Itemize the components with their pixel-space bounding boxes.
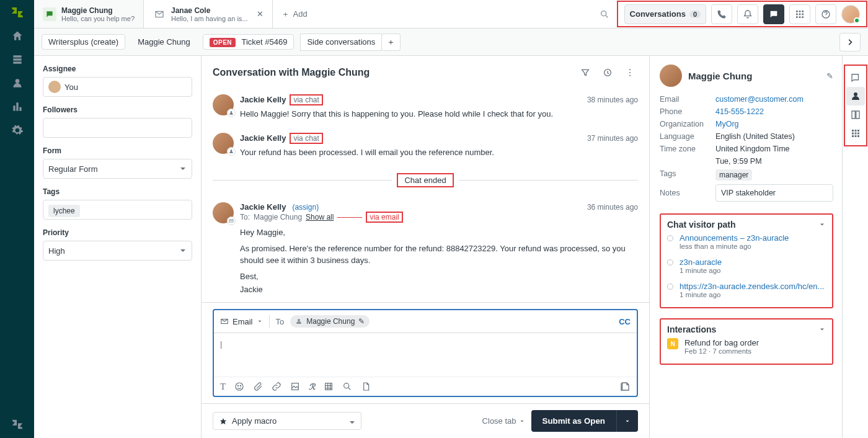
table-icon[interactable] xyxy=(324,382,334,391)
submit-dropdown-button[interactable] xyxy=(616,410,638,432)
path-bullet-icon xyxy=(667,235,673,241)
apply-macro-dropdown[interactable]: Apply macro xyxy=(213,412,361,430)
text-format-icon[interactable]: T xyxy=(220,382,226,392)
views-icon[interactable] xyxy=(10,52,25,67)
message-time: 37 minutes ago xyxy=(587,134,638,143)
channel-mini-icon xyxy=(227,109,236,117)
image-icon[interactable] xyxy=(290,382,300,391)
collapse-icon[interactable] xyxy=(818,326,826,333)
priority-label: Priority xyxy=(43,228,192,237)
profile-phone[interactable]: 415-555-1222 xyxy=(715,107,833,116)
requester-avatar xyxy=(660,65,682,87)
edit-recipient-icon[interactable]: ✎ xyxy=(358,317,365,326)
emoji-icon[interactable] xyxy=(234,382,244,391)
to-label: To xyxy=(276,317,285,326)
svg-rect-30 xyxy=(852,133,854,135)
tab-maggie-chung[interactable]: Maggie Chung Hello, can you help me? xyxy=(34,0,144,28)
message-author: Jackie Kelly xyxy=(240,202,286,212)
document-icon[interactable] xyxy=(361,382,371,391)
message-time: 36 minutes ago xyxy=(587,203,638,212)
channel-selector[interactable]: Email xyxy=(220,317,263,326)
priority-select[interactable]: High xyxy=(43,241,192,261)
svg-point-22 xyxy=(241,385,241,386)
profile-org[interactable]: MyOrg xyxy=(715,120,833,128)
svg-rect-23 xyxy=(292,383,299,390)
apps-grid-icon[interactable] xyxy=(846,124,865,143)
notifications-button[interactable] xyxy=(737,4,758,24)
add-side-conversation-button[interactable]: ＋ xyxy=(382,34,401,51)
knowledge-icon[interactable] xyxy=(846,68,865,87)
annotation-line xyxy=(337,217,362,218)
edit-profile-icon[interactable]: ✎ xyxy=(826,71,833,81)
profile-email[interactable]: customer@customer.com xyxy=(715,95,833,104)
svg-rect-1 xyxy=(796,11,798,12)
knowledge-capture-icon[interactable] xyxy=(619,381,631,392)
profile-tz: United Kingdom Time xyxy=(715,145,833,153)
agent-avatar xyxy=(213,133,234,154)
tags-label: Tags xyxy=(43,187,192,196)
svg-rect-35 xyxy=(857,135,859,137)
chat-status-button[interactable] xyxy=(763,4,784,24)
zendesk-products-icon[interactable] xyxy=(10,417,25,432)
email-label: Email xyxy=(660,95,709,104)
assignee-input[interactable]: You xyxy=(43,77,192,97)
to-recipient-chip[interactable]: Maggie Chung ✎ xyxy=(290,315,370,328)
reporting-icon[interactable] xyxy=(10,99,25,114)
add-tab-button[interactable]: ＋ Add xyxy=(273,0,316,28)
filter-icon[interactable] xyxy=(577,65,593,81)
more-actions-icon[interactable] xyxy=(622,65,638,81)
breadcrumb-org[interactable]: Writersplus (create) xyxy=(42,34,125,50)
svg-point-16 xyxy=(231,150,232,151)
followers-input[interactable] xyxy=(43,118,192,138)
apps-button[interactable] xyxy=(789,4,810,24)
quote-icon[interactable]: ℛ xyxy=(309,382,315,391)
path-link[interactable]: Announcements – z3n-auracle xyxy=(680,233,789,243)
attachment-icon[interactable] xyxy=(253,382,263,391)
user-context-icon[interactable] xyxy=(846,87,865,105)
conversations-button[interactable]: Conversations 0 xyxy=(624,4,706,24)
side-conversations-button[interactable]: Side conversations xyxy=(300,34,382,51)
chat-ended-divider: Chat ended xyxy=(213,173,638,187)
home-icon[interactable] xyxy=(10,29,25,43)
visitor-path-item[interactable]: z3n-auracle1 minute ago xyxy=(667,254,826,278)
form-select[interactable]: Regular Form xyxy=(43,159,192,179)
collapse-icon[interactable] xyxy=(818,221,826,228)
interaction-item[interactable]: N Refund for bag orderFeb 12 · 7 comment… xyxy=(667,334,826,359)
path-link[interactable]: https://z3n-auracle.zendesk.com/hc/en... xyxy=(680,282,824,291)
search-button[interactable] xyxy=(596,6,613,22)
user-avatar[interactable] xyxy=(841,5,860,24)
tz-label: Time zone xyxy=(660,145,709,153)
show-all-recipients[interactable]: Show all xyxy=(306,213,334,221)
close-tab-icon[interactable]: ✕ xyxy=(257,9,264,19)
assign-link[interactable]: (assign) xyxy=(292,203,319,212)
close-tab-dropdown[interactable]: Close tab xyxy=(482,416,525,426)
tags-input[interactable]: lychee xyxy=(43,200,192,220)
submit-button[interactable]: Submit as Open xyxy=(531,410,616,432)
admin-icon[interactable] xyxy=(10,123,25,138)
breadcrumb-ticket[interactable]: OPEN Ticket #5469 xyxy=(203,34,294,50)
tab-janae-cole[interactable]: Janae Cole Hello, I am having an is... ✕ xyxy=(144,0,273,28)
composer-textarea[interactable]: | xyxy=(214,333,637,377)
visitor-path-item[interactable]: https://z3n-auracle.zendesk.com/hc/en...… xyxy=(667,278,826,302)
visitor-path-item[interactable]: Announcements – z3n-auracleless than a m… xyxy=(667,230,826,254)
link-icon[interactable] xyxy=(272,382,281,391)
book-icon[interactable] xyxy=(846,105,865,124)
svg-rect-6 xyxy=(802,13,804,15)
notes-input[interactable]: VIP stakeholder xyxy=(715,184,833,202)
next-ticket-button[interactable] xyxy=(839,33,861,51)
tab-title: Maggie Chung xyxy=(61,6,135,15)
cc-button[interactable]: CC xyxy=(619,317,631,326)
zendesk-logo-icon[interactable] xyxy=(10,5,25,20)
help-button[interactable] xyxy=(815,4,836,24)
breadcrumb-requester[interactable]: Maggie Chung xyxy=(131,35,197,49)
svg-point-0 xyxy=(601,11,606,16)
talk-button[interactable] xyxy=(711,4,732,24)
path-link[interactable]: z3n-auracle xyxy=(680,257,722,267)
search-kb-icon[interactable] xyxy=(342,382,352,391)
customers-icon[interactable] xyxy=(10,76,25,91)
reply-composer: Email To Maggie Chung ✎ CC | xyxy=(213,309,638,397)
events-icon[interactable] xyxy=(600,65,616,81)
tab-title: Janae Cole xyxy=(171,6,248,15)
via-chat-badge: via chat xyxy=(290,94,322,105)
profile-tag: manager xyxy=(715,169,752,181)
